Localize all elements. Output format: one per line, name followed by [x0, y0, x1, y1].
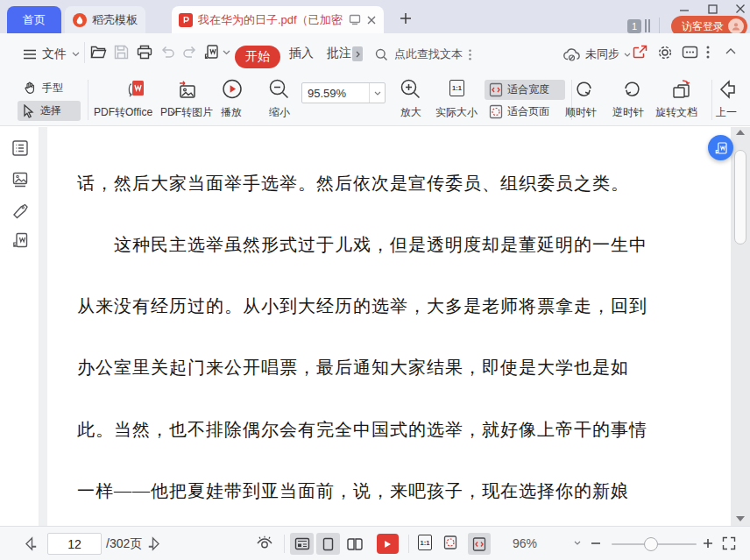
- zoom-out-label: 缩小: [269, 105, 290, 120]
- zoom-slider-knob[interactable]: [644, 537, 658, 551]
- tab-docer-template[interactable]: 稻壳模板: [65, 6, 145, 33]
- actual-size-button[interactable]: 1:1 实际大小: [433, 76, 482, 124]
- fit-page-status-button[interactable]: [443, 535, 457, 550]
- settings-gear-icon[interactable]: [657, 45, 673, 60]
- pdf-to-image-button[interactable]: PDF转图片: [159, 76, 216, 124]
- actual-size-icon: 1:1: [418, 535, 432, 550]
- eye-protection-icon[interactable]: [255, 535, 274, 552]
- scroll-up-arrow[interactable]: [736, 130, 745, 135]
- play-triangle-icon: [384, 540, 392, 549]
- rotate-counterclockwise-label: 逆时针: [612, 105, 644, 120]
- actual-size-label: 实际大小: [435, 105, 478, 120]
- ribbon-tab-insert[interactable]: 插入: [289, 46, 314, 61]
- zoom-level-combobox[interactable]: [301, 82, 386, 103]
- cursor-arrow-icon: [23, 104, 35, 118]
- statusbar: /302页 1:1 96%: [0, 526, 750, 560]
- zoom-plus-button[interactable]: [702, 537, 714, 549]
- export-word-panel-icon[interactable]: [11, 230, 30, 250]
- share-icon[interactable]: [633, 45, 647, 60]
- divider: [659, 18, 660, 35]
- view-mode-two-page-button[interactable]: [343, 533, 366, 555]
- more-vert-icon: [469, 49, 471, 60]
- window-list-icon[interactable]: [645, 19, 650, 32]
- select-tool-button[interactable]: 选择: [18, 101, 81, 121]
- view-mode-single-page-button[interactable]: [316, 533, 340, 555]
- actual-size-status-button[interactable]: 1:1: [418, 535, 432, 550]
- more-options-icon[interactable]: [706, 46, 710, 59]
- fullscreen-icon[interactable]: [722, 536, 736, 550]
- hand-tool-button[interactable]: 手型: [18, 78, 81, 98]
- rotate-counterclockwise-button[interactable]: 逆时针: [606, 76, 655, 124]
- minimize-button[interactable]: [676, 2, 692, 16]
- rotate-counterclockwise-icon: [621, 79, 642, 100]
- file-menu[interactable]: 文件: [23, 46, 80, 62]
- ribbon-tab-comment[interactable]: 批注: [327, 46, 351, 61]
- save-icon[interactable]: [114, 45, 129, 60]
- document-text: 话，然后大家当面举手选举。然后依次是宣传委员、组织委员之类。 这种民主选举虽然形…: [77, 132, 647, 526]
- rotate-clockwise-label: 顺时针: [565, 105, 597, 120]
- view-mode-reading-button[interactable]: [290, 533, 314, 555]
- maximize-button[interactable]: [704, 2, 720, 16]
- fit-width-status-button[interactable]: [468, 533, 491, 555]
- print-icon[interactable]: [137, 45, 152, 60]
- undo-icon[interactable]: [160, 46, 175, 58]
- new-tab-button[interactable]: [396, 9, 415, 28]
- scrollbar-thumb[interactable]: [734, 150, 746, 245]
- pdf-to-image-label: PDF转图片: [160, 105, 213, 120]
- hand-tool-label: 手型: [42, 81, 63, 96]
- fit-page-button[interactable]: 适合页面: [485, 102, 565, 122]
- search-icon: [375, 48, 388, 61]
- detach-window-icon[interactable]: [349, 14, 361, 25]
- scroll-down-arrow[interactable]: [736, 516, 745, 521]
- vertical-scrollbar[interactable]: [731, 127, 750, 526]
- feedback-comment-icon[interactable]: [682, 46, 698, 60]
- wps-pdf-window: 首页 稻壳模板 我在华为的日子.pdf（已加密） 1 访客: [0, 0, 750, 560]
- find-text-button[interactable]: 点此查找文本: [375, 46, 471, 62]
- export-to-word-button[interactable]: [203, 44, 230, 60]
- document-text-line: 此。当然，也不排除偶尔会有完全中国式的选举，就好像上帝干的事情: [77, 420, 647, 440]
- zoom-out-button[interactable]: 缩小: [263, 76, 296, 124]
- convert-to-word-float-button[interactable]: [708, 135, 733, 160]
- zoom-level-input[interactable]: [302, 83, 369, 103]
- tab-home[interactable]: 首页: [7, 6, 61, 33]
- zoom-level-dropdown[interactable]: [369, 83, 385, 103]
- zoom-in-label: 放大: [400, 105, 421, 120]
- ribbon-tab-start[interactable]: 开始: [235, 46, 280, 68]
- autoplay-button[interactable]: [377, 534, 399, 554]
- rotate-clockwise-button[interactable]: 顺时针: [559, 76, 608, 124]
- redo-icon[interactable]: [182, 46, 197, 58]
- open-file-icon[interactable]: [90, 45, 107, 60]
- tab-document[interactable]: 我在华为的日子.pdf（已加密）: [172, 6, 384, 33]
- outline-panel-icon[interactable]: [11, 138, 30, 158]
- cloud-offline-icon: [563, 47, 581, 61]
- fit-page-label: 适合页面: [507, 104, 549, 119]
- document-page[interactable]: 话，然后大家当面举手选举。然后依次是宣传委员、组织委员之类。 这种民主选举虽然形…: [39, 127, 731, 526]
- pdf-file-icon: [179, 13, 193, 27]
- previous-button[interactable]: 上一: [715, 76, 750, 124]
- collapse-ribbon-icon[interactable]: [725, 48, 736, 54]
- zoom-minus-button[interactable]: [590, 537, 602, 549]
- zoom-in-icon: [400, 78, 421, 101]
- sync-status[interactable]: 未同步: [563, 46, 631, 62]
- fit-width-button[interactable]: 适合宽度: [485, 80, 565, 100]
- file-menu-label: 文件: [42, 46, 67, 62]
- two-page-icon: [346, 537, 364, 551]
- zoom-dropdown-arrow[interactable]: [574, 541, 581, 545]
- play-button[interactable]: 播放: [217, 76, 247, 124]
- thumbnail-panel-icon[interactable]: [11, 170, 30, 189]
- rotate-document-label: 旋转文档: [655, 105, 697, 120]
- annotation-pen-icon[interactable]: [11, 201, 30, 220]
- close-tab-icon[interactable]: [366, 15, 377, 25]
- zoom-in-button[interactable]: 放大: [394, 76, 428, 124]
- next-page-button[interactable]: [147, 536, 162, 551]
- ribbon-tab-comment-label: 批注: [327, 46, 351, 60]
- export-word-icon: [714, 141, 728, 155]
- previous-page-button[interactable]: [23, 536, 38, 551]
- page-number-input[interactable]: [48, 534, 101, 554]
- rotate-document-button[interactable]: 旋转文档: [654, 76, 708, 124]
- page-number-box[interactable]: [47, 533, 102, 555]
- tab-docer-label: 稻壳模板: [92, 12, 138, 28]
- task-count-badge[interactable]: 1: [627, 19, 641, 33]
- page-total-label: /302页: [106, 536, 142, 552]
- close-window-button[interactable]: [732, 2, 748, 16]
